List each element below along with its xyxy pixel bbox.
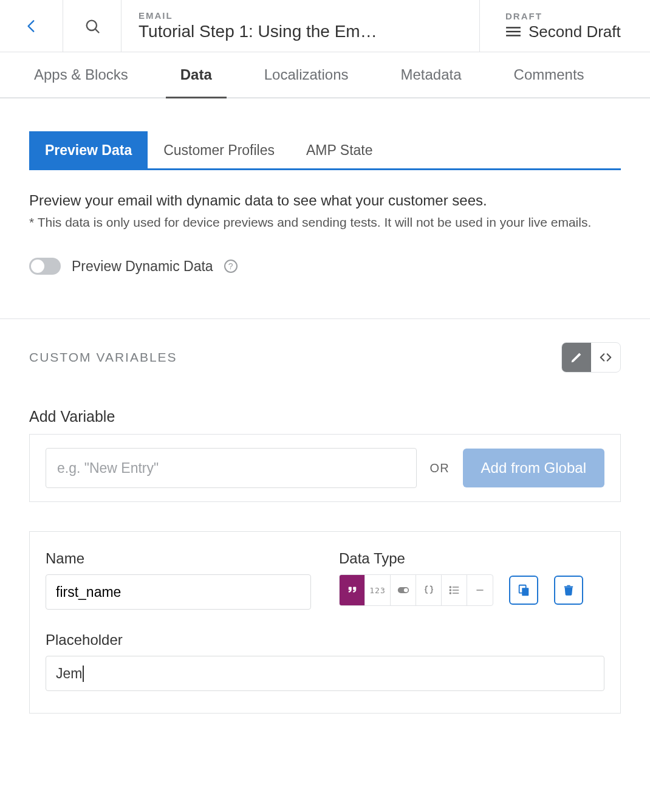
variable-name-input[interactable] (46, 574, 311, 610)
variable-card: Name Data Type 123 (29, 531, 621, 714)
pencil-icon (570, 351, 583, 364)
copy-icon (517, 583, 530, 597)
type-field-label: Data Type (339, 550, 604, 567)
braces-icon (423, 584, 435, 596)
or-label: OR (430, 461, 450, 475)
placeholder-field-label: Placeholder (46, 631, 604, 649)
placeholder-value: Jem (56, 666, 84, 682)
quote-icon (346, 584, 358, 596)
preview-toggle-label: Preview Dynamic Data (72, 258, 213, 275)
type-null-button[interactable] (467, 575, 493, 605)
svg-rect-17 (564, 587, 573, 588)
delete-variable-button[interactable] (554, 576, 583, 605)
page-title: Tutorial Step 1: Using the Email B… (139, 22, 381, 41)
subtab-preview-data[interactable]: Preview Data (29, 131, 148, 168)
add-from-global-button[interactable]: Add from Global (463, 449, 604, 487)
tab-metadata[interactable]: Metadata (401, 52, 462, 97)
app-header: EMAIL Tutorial Step 1: Using the Email B… (0, 0, 650, 52)
draft-block[interactable]: DRAFT Second Draft (480, 0, 650, 52)
placeholder-input[interactable]: Jem (46, 656, 604, 691)
search-icon (84, 18, 101, 35)
custom-variables-section: CUSTOM VARIABLES Add Variable OR Add fro… (0, 318, 650, 714)
list-icon (448, 584, 460, 596)
help-icon[interactable]: ? (224, 260, 238, 273)
type-array-button[interactable] (442, 575, 467, 605)
trash-icon (562, 583, 575, 597)
type-number-button[interactable]: 123 (365, 575, 391, 605)
type-boolean-button[interactable] (391, 575, 416, 605)
subtab-customer-profiles[interactable]: Customer Profiles (148, 131, 290, 168)
tab-comments[interactable]: Comments (514, 52, 584, 97)
preview-note: * This data is only used for device prev… (29, 215, 621, 230)
svg-rect-15 (522, 588, 529, 596)
add-variable-input[interactable] (46, 448, 417, 488)
svg-line-1 (95, 29, 98, 32)
menu-icon (505, 26, 521, 38)
search-button[interactable] (63, 0, 121, 52)
title-block: EMAIL Tutorial Step 1: Using the Email B… (121, 0, 480, 52)
type-string-button[interactable] (340, 575, 365, 605)
type-object-button[interactable] (416, 575, 442, 605)
custom-variables-title: CUSTOM VARIABLES (29, 350, 177, 365)
draft-name: Second Draft (529, 22, 621, 41)
preview-dynamic-data-toggle[interactable] (29, 258, 61, 275)
chevron-left-icon (24, 18, 39, 34)
tab-apps-blocks[interactable]: Apps & Blocks (34, 52, 128, 97)
add-variable-box: OR Add from Global (29, 434, 621, 502)
add-variable-label: Add Variable (29, 408, 621, 425)
subtab-amp-state[interactable]: AMP State (290, 131, 389, 168)
copy-variable-button[interactable] (509, 576, 538, 605)
svg-point-11 (450, 593, 451, 594)
svg-point-9 (450, 590, 451, 591)
svg-point-6 (403, 588, 408, 593)
edit-mode-button[interactable] (562, 343, 591, 372)
preview-intro: Preview your email with dynamic data to … (29, 192, 621, 209)
main-tabs: Apps & Blocks Data Localizations Metadat… (0, 52, 650, 98)
code-icon (599, 351, 612, 364)
preview-toggle-row: Preview Dynamic Data ? (29, 258, 621, 275)
draft-eyebrow: DRAFT (505, 11, 542, 21)
minus-icon (474, 584, 486, 596)
svg-rect-16 (567, 585, 570, 587)
name-field-label: Name (46, 550, 311, 567)
data-subtabs: Preview Data Customer Profiles AMP State (29, 131, 621, 170)
view-mode-toggle (561, 342, 621, 373)
toggle-icon (397, 584, 409, 596)
svg-point-7 (450, 587, 451, 588)
tab-data[interactable]: Data (180, 52, 212, 97)
data-type-group: 123 (339, 574, 493, 606)
tab-localizations[interactable]: Localizations (264, 52, 349, 97)
email-eyebrow: EMAIL (139, 10, 173, 21)
back-button[interactable] (0, 0, 63, 52)
code-mode-button[interactable] (591, 343, 620, 372)
